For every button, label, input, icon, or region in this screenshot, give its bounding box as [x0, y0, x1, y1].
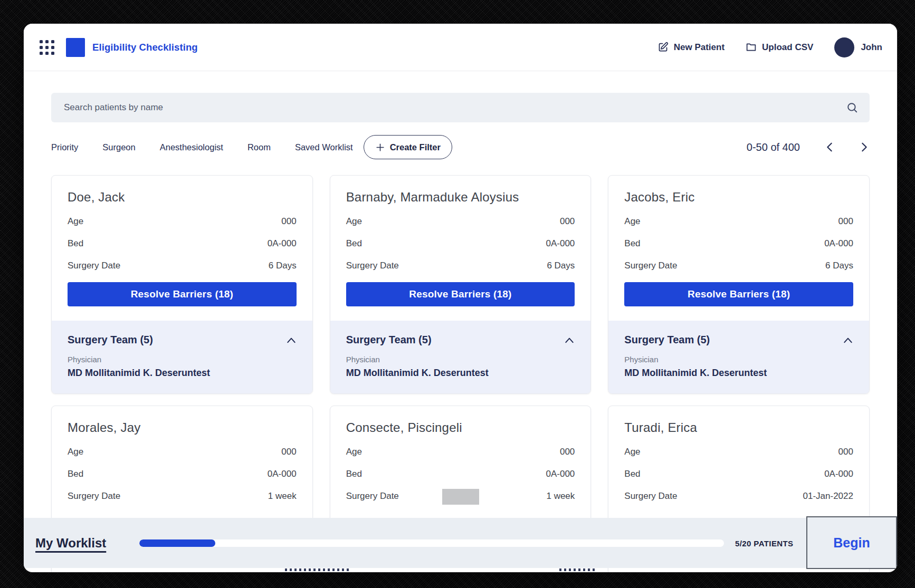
create-filter-label: Create Filter	[390, 142, 441, 152]
apps-grid-icon[interactable]	[40, 40, 54, 55]
filter-item-anesthesiologist[interactable]: Anesthesiologist	[160, 142, 223, 152]
filter-item-surgeon[interactable]: Surgeon	[102, 142, 135, 152]
next-page-button[interactable]	[859, 141, 870, 153]
chevron-up-icon	[564, 336, 575, 344]
age-value: 000	[281, 216, 296, 227]
surgery-team-toggle[interactable]: Surgery Team (5)	[624, 334, 853, 346]
physician-name: MD Mollitanimid K. Deseruntest	[68, 368, 297, 379]
patient-card-body: Turadi, Erica Age 000 Bed 0A-000 Surgery…	[608, 406, 869, 502]
bed-label: Bed	[68, 238, 83, 249]
app-header: Eligibility Checklisting New Patient Upl…	[24, 24, 897, 71]
age-label: Age	[624, 447, 640, 457]
chevron-left-icon	[824, 141, 835, 153]
surgery-date-label: Surgery Date	[346, 491, 399, 502]
patient-name: Consecte, Piscingeli	[346, 420, 575, 435]
surgery-date-value: 1 week	[268, 491, 297, 502]
bed-value: 0A-000	[546, 469, 575, 479]
worklist-progress-track	[139, 539, 724, 547]
age-row: Age 000	[624, 216, 853, 227]
bed-value: 0A-000	[824, 469, 853, 479]
create-filter-button[interactable]: Create Filter	[364, 135, 452, 159]
age-value: 000	[838, 447, 853, 457]
surgery-date-value: 6 Days	[547, 261, 575, 271]
patient-card-body: Consecte, Piscingeli Age 000 Bed 0A-000 …	[330, 406, 591, 502]
surgery-date-label: Surgery Date	[346, 261, 399, 271]
screenshot-background: Eligibility Checklisting New Patient Upl…	[0, 0, 915, 588]
my-worklist-link[interactable]: My Worklist	[35, 536, 106, 551]
patient-card-body: Jacobs, Eric Age 000 Bed 0A-000 Surgery …	[608, 176, 869, 306]
filter-item-priority[interactable]: Priority	[51, 142, 78, 152]
surgery-date-value: 01-Jan-2022	[803, 491, 853, 502]
bed-label: Bed	[624, 469, 640, 479]
age-value: 000	[281, 447, 296, 457]
age-row: Age 000	[68, 216, 297, 227]
bed-label: Bed	[346, 238, 362, 249]
surgery-team-title: Surgery Team (5)	[68, 334, 153, 346]
filter-item-room[interactable]: Room	[247, 142, 271, 152]
physician-label: Physician	[346, 355, 575, 364]
chevron-right-icon	[859, 141, 870, 153]
filter-items: PrioritySurgeonAnesthesiologistRoomSaved…	[51, 142, 353, 152]
surgery-date-label: Surgery Date	[624, 491, 677, 502]
surgery-team-section: Surgery Team (5) Physician MD Mollitanim…	[330, 321, 591, 393]
chevron-up-icon	[286, 336, 297, 344]
surgery-team-title: Surgery Team (5)	[624, 334, 710, 346]
folder-icon	[746, 42, 757, 53]
app-logo	[66, 38, 85, 57]
plus-icon	[375, 142, 385, 152]
patient-name: Morales, Jay	[68, 420, 297, 435]
patient-card-body: Barnaby, Marmaduke Aloysius Age 000 Bed …	[330, 176, 591, 306]
progress-fill	[139, 539, 215, 547]
patient-card: Jacobs, Eric Age 000 Bed 0A-000 Surgery …	[608, 175, 870, 394]
resolve-barriers-button[interactable]: Resolve Barriers (18)	[68, 282, 297, 306]
surgery-date-value: 6 Days	[825, 261, 853, 271]
resolve-barriers-button[interactable]: Resolve Barriers (18)	[346, 282, 575, 306]
bed-label: Bed	[68, 469, 83, 479]
new-patient-label: New Patient	[674, 42, 725, 53]
age-value: 000	[838, 216, 853, 227]
age-label: Age	[624, 216, 640, 227]
surgery-team-section: Surgery Team (5) Physician MD Mollitanim…	[52, 321, 312, 393]
bed-value: 0A-000	[824, 238, 853, 249]
patient-name: Doe, Jack	[68, 190, 297, 205]
upload-csv-button[interactable]: Upload CSV	[746, 42, 813, 53]
bed-label: Bed	[624, 238, 640, 249]
begin-label: Begin	[833, 535, 870, 551]
age-value: 000	[560, 447, 575, 457]
main-content: PrioritySurgeonAnesthesiologistRoomSaved…	[24, 71, 897, 572]
age-row: Age 000	[346, 447, 575, 457]
header-right: New Patient Upload CSV John	[657, 37, 882, 57]
physician-label: Physician	[624, 355, 853, 364]
surgery-date-row: Surgery Date 6 Days	[346, 261, 575, 271]
surgery-team-toggle[interactable]: Surgery Team (5)	[346, 334, 575, 346]
surgery-team-toggle[interactable]: Surgery Team (5)	[68, 334, 297, 346]
bed-row: Bed 0A-000	[624, 238, 853, 249]
physician-name: MD Mollitanimid K. Deseruntest	[346, 368, 575, 379]
bed-label: Bed	[346, 469, 362, 479]
previous-page-button[interactable]	[824, 141, 835, 153]
user-menu[interactable]: John	[834, 37, 882, 57]
surgery-date-row: Surgery Date 6 Days	[624, 261, 853, 271]
begin-button[interactable]: Begin	[806, 516, 897, 569]
age-value: 000	[560, 216, 575, 227]
surgery-team-section: Surgery Team (5) Physician MD Mollitanim…	[608, 321, 869, 393]
pagination: 0-50 of 400	[747, 141, 870, 153]
resolve-barriers-button[interactable]: Resolve Barriers (18)	[624, 282, 853, 306]
filter-row: PrioritySurgeonAnesthesiologistRoomSaved…	[51, 135, 870, 159]
surgery-date-row: Surgery Date 6 Days	[68, 261, 297, 271]
header-left: Eligibility Checklisting	[40, 38, 198, 57]
filter-item-saved-worklist[interactable]: Saved Worklist	[295, 142, 353, 152]
patients-count: 5/20 PATIENTS	[735, 538, 794, 547]
patient-grid: Doe, Jack Age 000 Bed 0A-000 Surgery Dat…	[51, 175, 870, 572]
bed-row: Bed 0A-000	[346, 238, 575, 249]
surgery-date-label: Surgery Date	[624, 261, 677, 271]
search-input[interactable]	[64, 102, 845, 113]
age-row: Age 000	[624, 447, 853, 457]
patient-card: Barnaby, Marmaduke Aloysius Age 000 Bed …	[330, 175, 592, 394]
age-row: Age 000	[346, 216, 575, 227]
new-patient-button[interactable]: New Patient	[657, 42, 725, 53]
age-label: Age	[346, 447, 362, 457]
patient-name: Jacobs, Eric	[624, 190, 853, 205]
bed-row: Bed 0A-000	[68, 238, 297, 249]
search-icon[interactable]	[845, 101, 859, 114]
